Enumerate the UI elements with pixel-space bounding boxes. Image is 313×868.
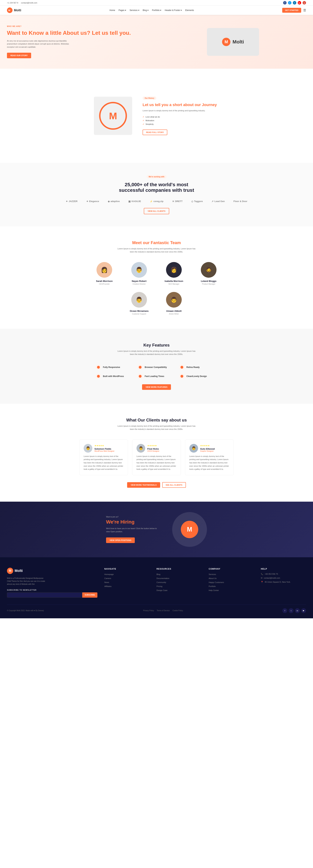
top-bar: +1 234 567 8 contact@molti.com f t in ▶ … bbox=[0, 0, 313, 6]
testi-avatar-firat: 👨 bbox=[136, 444, 145, 453]
story-cta-button[interactable]: READ FULL STORY bbox=[143, 129, 167, 135]
footer-cookie-policy[interactable]: Cookie Policy bbox=[173, 610, 183, 612]
footer-help-title: HELP bbox=[261, 568, 306, 570]
footer-link-portfolio[interactable]: Portfolio bbox=[209, 585, 216, 587]
footer-link-blog[interactable]: Blog bbox=[156, 573, 160, 576]
testi-text-firat: Lorem Ipsum is simply dummy text of the … bbox=[136, 455, 177, 471]
twitter-icon[interactable]: t bbox=[288, 1, 291, 4]
footer-privacy-policy[interactable]: Privacy Policy bbox=[143, 610, 154, 612]
footer-terms-of-service[interactable]: Terms of Service bbox=[157, 610, 169, 612]
features-section: Key Features Lorem Ipsum is simply dummy… bbox=[0, 329, 313, 404]
see-all-clients-button[interactable]: SEE ALL CLIENTS bbox=[162, 482, 186, 488]
team-member-sarah: 👩 Sarah Morrison CEO/Founder bbox=[90, 262, 118, 285]
footer-link-community[interactable]: Community bbox=[156, 581, 166, 583]
newsletter-subscribe-button[interactable]: SUBSCRIBE bbox=[82, 592, 97, 598]
team-member-amaan: 👨 Amaan Abbott Article Writer bbox=[160, 292, 188, 315]
feature-label-browser: Browser Compatibility bbox=[145, 366, 167, 368]
nav-logo[interactable]: M Molti bbox=[7, 7, 21, 13]
footer-link-affiliates[interactable]: Affiliates bbox=[104, 585, 112, 587]
story-image: M bbox=[94, 97, 132, 135]
nav-services[interactable]: Services ▾ bbox=[130, 9, 139, 11]
story-desc: Lorem Ipsum is simply dummy text of the … bbox=[143, 109, 219, 112]
view-more-features-button[interactable]: VIEW MORE FEATURES bbox=[142, 384, 171, 390]
feature-icon-wordpress bbox=[96, 373, 101, 379]
footer-company-title: COMPANY bbox=[209, 568, 254, 570]
nav-elements[interactable]: Elements bbox=[185, 9, 194, 11]
footer-resources-title: RESOURCES bbox=[156, 568, 202, 570]
get-started-button[interactable]: GET STARTED bbox=[282, 8, 301, 13]
client-logo-leadgen: ↗ Lead Gen bbox=[212, 200, 225, 203]
footer-link-help-center[interactable]: Help Center bbox=[209, 589, 219, 591]
view-all-clients-button[interactable]: VIEW ALL CLIENTS bbox=[144, 208, 169, 214]
feature-icon-design bbox=[179, 373, 185, 379]
story-title: Let us tell you a short about our Journe… bbox=[143, 102, 219, 107]
testimonial-card-guto: 👨 ★★★★★ Guto Ellwood Graphic Designer Lo… bbox=[185, 440, 234, 475]
footer-link-pricing[interactable]: Pricing bbox=[156, 585, 162, 587]
footer-link-homepage[interactable]: Homepage bbox=[104, 573, 114, 576]
story-list-item: Simplicity bbox=[143, 122, 219, 126]
feature-retina: Retina Ready bbox=[179, 365, 217, 370]
linkedin-icon[interactable]: in bbox=[293, 1, 296, 4]
googleplus-icon[interactable]: g bbox=[303, 1, 306, 4]
team-avatar-ocean: 👨 bbox=[131, 292, 147, 308]
story-title-pre: Let us bbox=[143, 102, 155, 107]
footer-address: 📍 45 Union Square D, New York. bbox=[261, 581, 306, 583]
team-name-isabella: Isabella Morrison bbox=[160, 280, 188, 282]
testi-header-guto: 👨 ★★★★★ Guto Ellwood Graphic Designer bbox=[189, 444, 229, 453]
footer-facebook-icon[interactable]: f bbox=[282, 608, 287, 613]
footer-link-documentation[interactable]: Documentation bbox=[156, 577, 169, 579]
story-section: M Our History Let us tell you a short ab… bbox=[0, 69, 313, 163]
nav-blog[interactable]: Blog ▾ bbox=[143, 9, 149, 11]
social-icons: f t in ▶ g bbox=[283, 1, 306, 4]
email-icon: ✉ bbox=[261, 577, 262, 579]
footer-social-icons: f t in ▶ bbox=[282, 608, 306, 613]
hero-title: Want to Know a little About us? Let us t… bbox=[7, 29, 153, 37]
team-name-leland: Leland Bloggs bbox=[195, 280, 223, 282]
newsletter-label: SUBSCRIBE TO NEWSLETTER bbox=[7, 589, 97, 591]
nav-pages[interactable]: Pages ▾ bbox=[119, 9, 126, 11]
footer-twitter-icon[interactable]: t bbox=[289, 608, 293, 613]
nav-portfolio[interactable]: Portfolio ▾ bbox=[152, 9, 161, 11]
newsletter-input[interactable] bbox=[7, 592, 82, 598]
footer-navigate: NAVIGATE Homepage Careers News Affiliate… bbox=[104, 568, 150, 598]
footer-youtube-icon[interactable]: ▶ bbox=[301, 608, 306, 613]
footer-link-about-us[interactable]: About Us bbox=[209, 577, 217, 579]
youtube-icon[interactable]: ▶ bbox=[298, 1, 301, 4]
footer-link-happy-customers[interactable]: Happy Customers bbox=[209, 581, 224, 583]
hero-cta-button[interactable]: READ OUR STORY bbox=[7, 53, 31, 58]
footer-link-news[interactable]: News bbox=[104, 581, 109, 583]
hero-title-post: Let us tell you. bbox=[92, 30, 131, 36]
footer-link-design-case[interactable]: Design Case bbox=[156, 589, 167, 591]
hamburger-icon[interactable]: ☰ bbox=[303, 8, 306, 12]
feature-icon-retina bbox=[179, 365, 185, 370]
feature-loading: Fast Loading Times bbox=[137, 373, 176, 379]
footer-brand-desc: Molti is a Professionally Designed Multi… bbox=[7, 577, 45, 586]
story-list: Love what we do Motivation Simplicity bbox=[143, 115, 219, 126]
feature-label-retina: Retina Ready bbox=[186, 366, 199, 368]
hiring-title: We're Hiring bbox=[106, 519, 158, 525]
footer-company-links: Services About Us Happy Customers Portfo… bbox=[209, 573, 254, 592]
nav-header-footer[interactable]: Header & Footer ▾ bbox=[165, 9, 182, 11]
client-logo-jazzer: ✦ JAZZER bbox=[66, 200, 77, 203]
nav-home[interactable]: Home bbox=[109, 9, 115, 11]
footer-help: HELP 📞 +60 053 556 75 ✉ contact@molti.co… bbox=[261, 568, 306, 598]
story-title-accent: tell you bbox=[155, 102, 168, 107]
view-open-positions-button[interactable]: VIEW OPEN POSITIONS bbox=[106, 537, 135, 543]
footer-link-services[interactable]: Services bbox=[209, 573, 216, 576]
footer-link-careers[interactable]: Careers bbox=[104, 577, 111, 579]
client-logo-elegance: ✦ Elegance bbox=[86, 200, 99, 203]
facebook-icon[interactable]: f bbox=[283, 1, 287, 4]
feature-icon-loading bbox=[137, 373, 143, 379]
team-role-leland: Product Manager bbox=[195, 283, 223, 285]
footer-linkedin-icon[interactable]: in bbox=[295, 608, 300, 613]
story-content: Our History Let us tell you a short abou… bbox=[143, 96, 219, 135]
story-title-post: a short about our Journey bbox=[169, 102, 217, 107]
hiring-logo: M bbox=[181, 521, 198, 538]
view-more-testimonials-button[interactable]: VIEW MORE TESTIMONIALS bbox=[127, 482, 160, 488]
testi-header-firat: 👨 ★★★★★ Firat Hicks UX/UI Designer bbox=[136, 444, 177, 453]
team-role-nayan: Creative Director bbox=[125, 283, 153, 285]
footer-logo-icon: M bbox=[7, 568, 13, 574]
client-logo-coregzip: ⚡ coreg.zip bbox=[150, 200, 163, 203]
feature-design: Clean/Lovely Design bbox=[179, 373, 217, 379]
footer-phone-number: +60 053 556 75 bbox=[265, 573, 278, 575]
